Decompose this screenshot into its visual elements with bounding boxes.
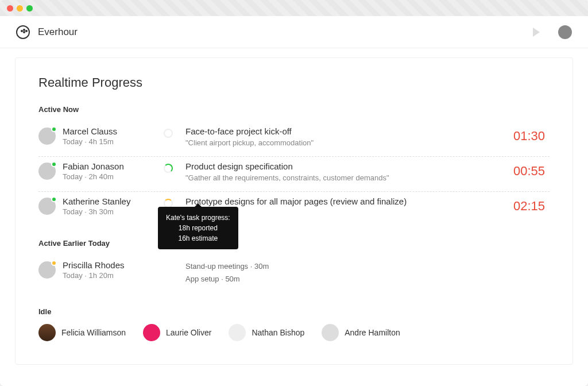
tooltip-line: 18h reported xyxy=(166,223,230,233)
window-maximize-dot[interactable] xyxy=(26,5,33,11)
active-row[interactable]: Fabian Jonason Today · 2h 40m Product de… xyxy=(38,156,550,191)
idle-person[interactable]: Nathan Bishop xyxy=(229,324,304,341)
progress-ring-icon xyxy=(164,129,173,138)
earlier-task-line: Stand-up meetings · 30m xyxy=(185,260,550,273)
progress-tooltip: Kate's task progress: 18h reported 16h e… xyxy=(158,207,238,249)
status-indicator-away xyxy=(51,260,57,266)
task-title: Product design specification xyxy=(185,161,513,171)
section-idle: Idle xyxy=(38,307,550,316)
user-name: Felicia Williamson xyxy=(61,328,126,337)
user-time-summary: Today · 1h 20m xyxy=(63,271,125,280)
user-avatar xyxy=(38,128,56,145)
window-close-dot[interactable] xyxy=(7,5,13,11)
section-active-earlier: Active Earlier Today xyxy=(38,239,550,248)
user-name: Priscilla Rhodes xyxy=(63,260,125,270)
app-name: Everhour xyxy=(38,26,78,38)
task-note: "Gather all the requirements, constraint… xyxy=(185,173,513,182)
idle-person[interactable]: Felicia Williamson xyxy=(38,324,126,341)
idle-person[interactable]: Andre Hamilton xyxy=(322,324,400,341)
running-timer: 02:15 xyxy=(513,196,550,214)
idle-person[interactable]: Laurie Oliver xyxy=(143,324,211,341)
page-title: Realtime Progress xyxy=(38,75,550,90)
app-window: Everhour Realtime Progress Active Now Ma… xyxy=(0,0,588,386)
status-indicator-active xyxy=(51,161,57,167)
app-header: Everhour xyxy=(0,16,588,48)
titlebar xyxy=(0,0,588,16)
user-name: Katherine Stanley xyxy=(63,196,130,206)
idle-list: Felicia Williamson Laurie Oliver Nathan … xyxy=(38,324,550,341)
active-row[interactable]: Katherine Stanley Today · 3h 30m Prototy… xyxy=(38,191,550,226)
task-title: Prototype designs for all major pages (r… xyxy=(185,196,513,206)
user-avatar xyxy=(143,324,160,341)
running-timer: 01:30 xyxy=(513,126,550,144)
user-name: Andre Hamilton xyxy=(345,328,400,337)
running-timer: 00:55 xyxy=(513,161,550,179)
status-indicator-active xyxy=(51,126,57,132)
window-minimize-dot[interactable] xyxy=(17,5,23,11)
app-logo-icon xyxy=(16,25,30,39)
active-row[interactable]: Marcel Clauss Today · 4h 15m Face-to-fac… xyxy=(38,122,550,156)
user-time-summary: Today · 4h 15m xyxy=(63,137,117,146)
user-name: Fabian Jonason xyxy=(63,161,124,171)
task-title: Face-to-face project kick-off xyxy=(185,126,513,136)
earlier-task-line: App setup · 50m xyxy=(185,273,550,285)
tooltip-line: 16h estimate xyxy=(166,233,230,244)
user-avatar xyxy=(38,324,56,341)
progress-card: Realtime Progress Active Now Marcel Clau… xyxy=(15,57,573,365)
content-area: Realtime Progress Active Now Marcel Clau… xyxy=(0,48,588,386)
user-name: Nathan Bishop xyxy=(252,328,304,337)
user-avatar xyxy=(38,198,56,215)
user-avatar xyxy=(38,163,56,180)
earlier-row[interactable]: Priscilla Rhodes Today · 1h 20m Stand-up… xyxy=(38,256,550,295)
play-icon[interactable] xyxy=(533,28,540,37)
section-active-now: Active Now xyxy=(38,105,550,114)
current-user-avatar[interactable] xyxy=(558,25,572,39)
user-avatar xyxy=(229,324,246,341)
task-note: "Client airport pickup, accommodation" xyxy=(185,138,513,147)
progress-ring-icon xyxy=(164,164,173,173)
user-time-summary: Today · 3h 30m xyxy=(63,207,130,216)
status-indicator-active xyxy=(51,196,57,202)
user-time-summary: Today · 2h 40m xyxy=(63,172,124,181)
user-name: Marcel Clauss xyxy=(63,126,117,136)
user-name: Laurie Oliver xyxy=(166,328,211,337)
user-avatar xyxy=(38,261,56,279)
tooltip-line: Kate's task progress: xyxy=(166,213,230,223)
user-avatar xyxy=(322,324,339,341)
